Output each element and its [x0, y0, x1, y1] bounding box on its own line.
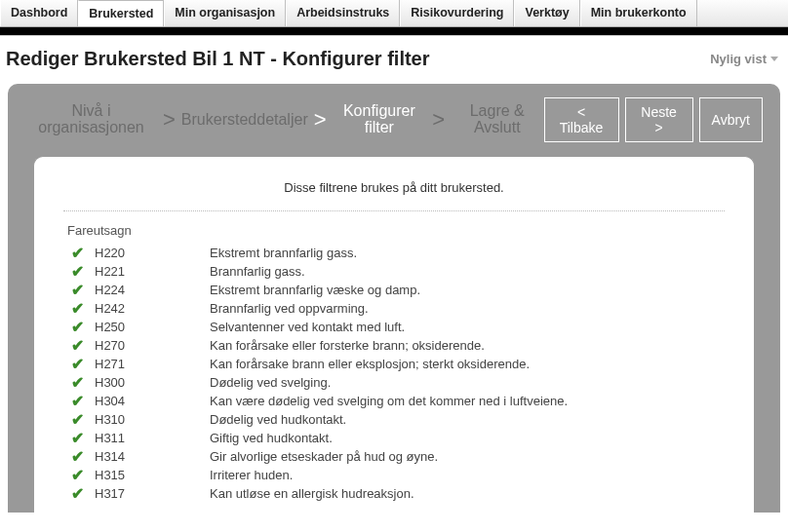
list-item: ✔ H304 Kan være dødelig ved svelging om …	[63, 392, 725, 410]
list-item: ✔ H250 Selvantenner ved kontakt med luft…	[63, 318, 725, 336]
hazard-code: H304	[95, 394, 210, 408]
check-icon: ✔	[71, 320, 95, 335]
check-icon: ✔	[71, 283, 95, 298]
caret-down-icon	[770, 57, 778, 61]
hazard-code: H315	[95, 468, 210, 482]
wizard-panel: Nivå i organisasjonen > Brukersteddetalj…	[8, 84, 780, 513]
hazard-desc: Dødelig ved hudkontakt.	[210, 412, 346, 427]
hazard-desc: Selvantenner ved kontakt med luft.	[210, 320, 405, 334]
back-button[interactable]: < Tilbake	[544, 97, 619, 142]
list-item: ✔ H300 Dødelig ved svelging.	[63, 373, 725, 392]
hazard-code: H300	[95, 375, 210, 390]
wizard-step-level[interactable]: Nivå i organisasjonen	[25, 103, 157, 136]
check-icon: ✔	[71, 301, 95, 317]
chevron-right-icon: >	[157, 109, 181, 131]
main-menubar: Dashbord Brukersted Min organisasjon Arb…	[0, 0, 788, 27]
list-item: ✔ H270 Kan forårsake eller forsterke bra…	[63, 336, 725, 355]
hazard-code: H224	[95, 283, 210, 297]
check-icon: ✔	[71, 486, 95, 502]
wizard-breadcrumbs: Nivå i organisasjonen > Brukersteddetalj…	[25, 103, 544, 136]
check-icon: ✔	[71, 338, 95, 354]
list-item: ✔ H271 Kan forårsake brann eller eksplos…	[63, 355, 725, 373]
hazard-desc: Kan være dødelig ved svelging om det kom…	[210, 394, 568, 408]
hazard-desc: Ekstremt brannfarlig væske og damp.	[210, 283, 420, 297]
list-item: ✔ H224 Ekstremt brannfarlig væske og dam…	[63, 281, 725, 299]
hazard-code: H220	[95, 246, 210, 260]
menu-item-min-brukerkonto[interactable]: Min brukerkonto	[580, 0, 697, 26]
menu-item-risikovurdering[interactable]: Risikovurdering	[400, 0, 514, 26]
check-icon: ✔	[71, 449, 95, 465]
chevron-right-icon: >	[426, 109, 451, 131]
list-item: ✔ H220 Ekstremt brannfarlig gass.	[63, 244, 725, 262]
hazard-desc: Gir alvorlige etseskader på hud og øyne.	[210, 449, 438, 464]
content-card: Disse filtrene brukes på ditt brukersted…	[33, 156, 755, 513]
wizard-row: Nivå i organisasjonen > Brukersteddetalj…	[25, 97, 763, 156]
check-icon: ✔	[71, 246, 95, 261]
list-item: ✔ H315 Irriterer huden.	[63, 466, 725, 484]
hazard-code: H221	[95, 264, 210, 279]
hazard-code: H314	[95, 449, 210, 464]
section-label: Fareutsagn	[67, 223, 725, 238]
intro-text: Disse filtrene brukes på ditt brukersted…	[63, 180, 725, 210]
wizard-actions: < Tilbake Neste > Avbryt	[544, 97, 763, 142]
hazard-code: H250	[95, 320, 210, 334]
wizard-step-save-exit[interactable]: Lagre & Avslutt	[451, 103, 544, 136]
hazard-desc: Kan utløse en allergisk hudreaksjon.	[210, 486, 414, 501]
hazard-code: H317	[95, 486, 210, 501]
page-header: Rediger Brukersted Bil 1 NT - Konfigurer…	[0, 36, 788, 80]
hazard-desc: Irriterer huden.	[210, 468, 293, 482]
hazard-list: ✔ H220 Ekstremt brannfarlig gass. ✔ H221…	[63, 244, 725, 503]
cancel-button[interactable]: Avbryt	[699, 97, 763, 142]
wizard-step-configure-filter[interactable]: Konfigurer filter	[333, 103, 427, 136]
hazard-desc: Dødelig ved svelging.	[210, 375, 331, 390]
check-icon: ✔	[71, 431, 95, 446]
list-item: ✔ H310 Dødelig ved hudkontakt.	[63, 410, 725, 429]
list-item: ✔ H317 Kan utløse en allergisk hudreaksj…	[63, 484, 725, 503]
hazard-code: H311	[95, 431, 210, 445]
check-icon: ✔	[71, 394, 95, 409]
check-icon: ✔	[71, 468, 95, 483]
list-item: ✔ H314 Gir alvorlige etseskader på hud o…	[63, 447, 725, 466]
menu-item-min-organisasjon[interactable]: Min organisasjon	[164, 0, 286, 26]
menu-item-arbeidsinstruks[interactable]: Arbeidsinstruks	[286, 0, 400, 26]
menu-item-dashbord[interactable]: Dashbord	[0, 0, 78, 26]
hazard-desc: Kan forårsake eller forsterke brann; oks…	[210, 338, 485, 353]
hazard-code: H270	[95, 338, 210, 353]
page-title: Rediger Brukersted Bil 1 NT - Konfigurer…	[6, 48, 430, 70]
hazard-code: H310	[95, 412, 210, 427]
hazard-desc: Giftig ved hudkontakt.	[210, 431, 333, 445]
dotted-divider	[63, 210, 725, 211]
check-icon: ✔	[71, 412, 95, 428]
hazard-desc: Brannfarlig ved oppvarming.	[210, 301, 369, 316]
menu-item-brukersted[interactable]: Brukersted	[78, 0, 164, 26]
hazard-code: H271	[95, 357, 210, 371]
wizard-step-details[interactable]: Brukersteddetaljer	[181, 112, 308, 129]
chevron-right-icon: >	[308, 109, 333, 131]
hazard-desc: Brannfarlig gass.	[210, 264, 305, 279]
hazard-desc: Kan forårsake brann eller eksplosjon; st…	[210, 357, 530, 371]
check-icon: ✔	[71, 264, 95, 280]
menubar-divider	[0, 27, 788, 35]
menu-item-verktoy[interactable]: Verktøy	[514, 0, 579, 26]
check-icon: ✔	[71, 357, 95, 372]
hazard-code: H242	[95, 301, 210, 316]
recently-viewed-dropdown[interactable]: Nylig vist	[710, 52, 778, 66]
list-item: ✔ H242 Brannfarlig ved oppvarming.	[63, 299, 725, 318]
list-item: ✔ H311 Giftig ved hudkontakt.	[63, 429, 725, 447]
hazard-desc: Ekstremt brannfarlig gass.	[210, 246, 357, 260]
recently-viewed-label: Nylig vist	[710, 52, 767, 66]
next-button[interactable]: Neste >	[625, 97, 693, 142]
check-icon: ✔	[71, 375, 95, 391]
list-item: ✔ H221 Brannfarlig gass.	[63, 262, 725, 281]
